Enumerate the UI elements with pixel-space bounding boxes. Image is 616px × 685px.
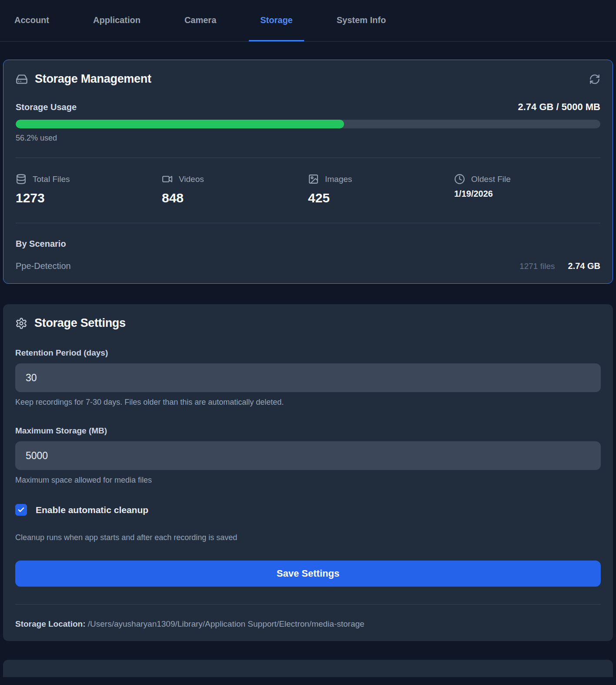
storage-usage-label: Storage Usage	[16, 102, 77, 112]
storage-location-path: /Users/ayusharyan1309/Library/Applicatio…	[88, 619, 365, 628]
tab-application-label: Application	[93, 15, 141, 25]
divider	[15, 604, 601, 604]
stat-oldest-file-value: 1/19/2026	[454, 189, 600, 199]
image-icon	[308, 174, 319, 185]
storage-management-card: Storage Management Storage Usage 2.74 GB…	[3, 60, 613, 284]
storage-usage-percent: 56.2% used	[16, 134, 600, 143]
storage-settings-card: Storage Settings Retention Period (days)…	[3, 304, 613, 641]
tab-storage-label: Storage	[260, 15, 292, 25]
video-icon	[162, 174, 173, 185]
stat-oldest-file-label: Oldest File	[471, 175, 511, 184]
stat-total-files-label: Total Files	[33, 175, 70, 184]
scenario-row: Ppe-Detection 1271 files 2.74 GB	[16, 261, 600, 271]
storage-stats: Total Files 1273 Videos 848 Images 425	[16, 174, 600, 205]
next-card-partial	[3, 660, 613, 677]
stat-images-value: 425	[308, 191, 454, 205]
tab-storage[interactable]: Storage	[249, 0, 304, 41]
stat-oldest-file: Oldest File 1/19/2026	[454, 174, 600, 205]
stat-images-label: Images	[325, 175, 352, 184]
auto-cleanup-label: Enable automatic cleanup	[36, 505, 148, 515]
stat-videos: Videos 848	[162, 174, 308, 205]
retention-period-label: Retention Period (days)	[15, 348, 601, 358]
storage-usage-bar-fill	[16, 120, 344, 128]
settings-tab-bar: Account Application Camera Storage Syste…	[0, 0, 616, 42]
refresh-icon[interactable]	[589, 74, 600, 85]
storage-location: Storage Location: /Users/ayusharyan1309/…	[15, 619, 601, 629]
tab-camera-label: Camera	[184, 15, 216, 25]
storage-usage-bar	[16, 120, 600, 128]
scenario-file-count: 1271 files	[519, 262, 555, 271]
clock-icon	[454, 174, 465, 185]
stat-videos-label: Videos	[179, 175, 204, 184]
auto-cleanup-help: Cleanup runs when app starts and after e…	[15, 533, 601, 542]
tab-camera[interactable]: Camera	[173, 0, 228, 41]
hard-drive-icon	[16, 73, 28, 85]
storage-settings-title: Storage Settings	[34, 316, 126, 330]
stat-total-files: Total Files 1273	[16, 174, 162, 205]
storage-management-title: Storage Management	[35, 72, 151, 86]
checkbox-checked-icon[interactable]	[15, 504, 27, 516]
divider	[16, 158, 600, 158]
scenario-name: Ppe-Detection	[16, 261, 519, 271]
by-scenario-label: By Scenario	[16, 239, 600, 249]
gear-icon	[15, 317, 27, 329]
tab-account[interactable]: Account	[3, 0, 60, 41]
max-storage-label: Maximum Storage (MB)	[15, 426, 601, 436]
tab-system-info-label: System Info	[337, 15, 386, 25]
save-settings-button[interactable]: Save Settings	[15, 561, 601, 587]
tab-system-info[interactable]: System Info	[325, 0, 397, 41]
storage-location-label: Storage Location:	[15, 619, 88, 628]
tab-application[interactable]: Application	[82, 0, 152, 41]
divider	[16, 223, 600, 223]
storage-usage-value: 2.74 GB / 5000 MB	[518, 101, 600, 113]
stat-images: Images 425	[308, 174, 454, 205]
retention-period-input[interactable]	[15, 363, 601, 392]
stat-videos-value: 848	[162, 191, 308, 205]
auto-cleanup-toggle[interactable]: Enable automatic cleanup	[15, 504, 601, 516]
retention-period-help: Keep recordings for 7-30 days. Files old…	[15, 398, 601, 407]
stat-total-files-value: 1273	[16, 191, 162, 205]
max-storage-input[interactable]	[15, 441, 601, 470]
tab-account-label: Account	[14, 15, 49, 25]
max-storage-help: Maximum space allowed for media files	[15, 476, 601, 485]
database-icon	[16, 174, 27, 185]
scenario-size: 2.74 GB	[568, 261, 600, 271]
